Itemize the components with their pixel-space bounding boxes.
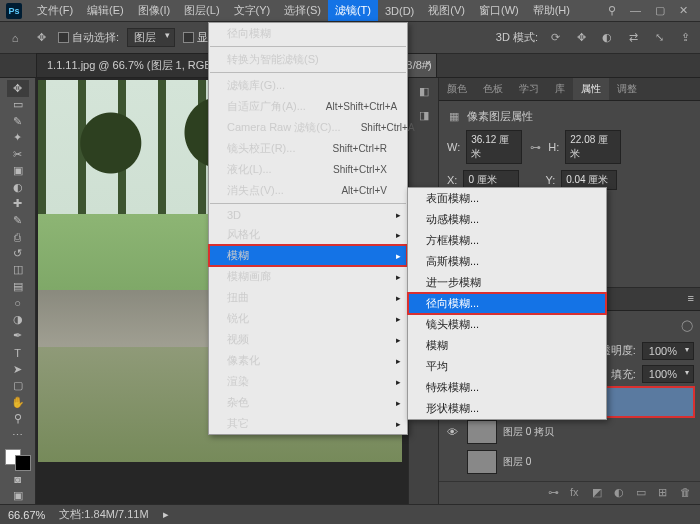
layer-thumbnail[interactable] — [467, 420, 497, 444]
hand-tool[interactable]: ✋ — [7, 394, 29, 411]
width-field[interactable]: 36.12 厘米 — [466, 130, 522, 164]
height-field[interactable]: 22.08 厘米 — [565, 130, 621, 164]
menu-item[interactable]: 转换为智能滤镜(S) — [209, 49, 407, 70]
menu-item[interactable]: 径向模糊 — [209, 23, 407, 44]
menu-view[interactable]: 视图(V) — [421, 0, 472, 21]
minimize-icon[interactable]: — — [630, 4, 641, 17]
submenu-item[interactable]: 动感模糊... — [408, 209, 606, 230]
menu-item[interactable]: 液化(L)...Shift+Ctrl+X — [209, 159, 407, 180]
visibility-icon[interactable]: 👁 — [447, 426, 461, 438]
tab-color[interactable]: 颜色 — [439, 78, 475, 100]
opacity-field[interactable]: 100% — [642, 342, 694, 360]
menu-item[interactable]: 镜头校正(R)...Shift+Ctrl+R — [209, 138, 407, 159]
stamp-tool[interactable]: ⎙ — [7, 229, 29, 246]
marquee-tool[interactable]: ▭ — [7, 97, 29, 114]
submenu-item[interactable]: 径向模糊... — [408, 293, 606, 314]
crop-tool[interactable]: ✂ — [7, 146, 29, 163]
submenu-item[interactable]: 镜头模糊... — [408, 314, 606, 335]
auto-select-checkbox[interactable]: 自动选择: — [58, 30, 119, 45]
menu-image[interactable]: 图像(I) — [131, 0, 177, 21]
menu-item[interactable]: 模糊画廊 — [209, 266, 407, 287]
menu-item[interactable]: 扭曲 — [209, 287, 407, 308]
menu-item[interactable]: 3D — [209, 206, 407, 224]
scale-icon[interactable]: ⤡ — [650, 29, 668, 47]
shape-tool[interactable]: ▢ — [7, 377, 29, 394]
pen-tool[interactable]: ✒ — [7, 328, 29, 345]
menu-edit[interactable]: 编辑(E) — [80, 0, 131, 21]
panel-menu-icon[interactable]: ≡ — [682, 288, 700, 310]
fill-field[interactable]: 100% — [642, 365, 694, 383]
menu-item[interactable]: 杂色 — [209, 392, 407, 413]
menu-item[interactable]: 视频 — [209, 329, 407, 350]
layer-thumbnail[interactable] — [467, 450, 497, 474]
layer-name[interactable]: 图层 0 拷贝 — [503, 425, 554, 439]
mask-icon[interactable]: ◩ — [592, 486, 606, 500]
link-layers-icon[interactable]: ⊶ — [548, 486, 562, 500]
edit-toolbar[interactable]: ⋯ — [7, 427, 29, 444]
orbit-icon[interactable]: ⟳ — [546, 29, 564, 47]
delete-icon[interactable]: 🗑 — [680, 486, 694, 500]
swatches-panel-icon[interactable]: ◨ — [415, 106, 433, 124]
menu-item[interactable]: 模糊 — [209, 245, 407, 266]
move-tool[interactable]: ✥ — [7, 80, 29, 97]
brush-tool[interactable]: ✎ — [7, 212, 29, 229]
document-tab[interactable]: 1.1.11.jpg @ 66.7% (图层 1, RGB/8#)× — [36, 53, 236, 77]
tab-swatches[interactable]: 色板 — [475, 78, 511, 100]
search-icon[interactable]: ⚲ — [608, 4, 616, 17]
submenu-item[interactable]: 模糊 — [408, 335, 606, 356]
menu-3d[interactable]: 3D(D) — [378, 2, 421, 20]
menu-window[interactable]: 窗口(W) — [472, 0, 526, 21]
auto-select-dropdown[interactable]: 图层 — [127, 28, 175, 47]
menu-item[interactable]: 自适应广角(A)...Alt+Shift+Ctrl+A — [209, 96, 407, 117]
home-icon[interactable]: ⌂ — [6, 29, 24, 47]
quick-select-tool[interactable]: ✦ — [7, 130, 29, 147]
submenu-item[interactable]: 平均 — [408, 356, 606, 377]
menu-item[interactable]: 其它 — [209, 413, 407, 434]
menu-type[interactable]: 文字(Y) — [227, 0, 278, 21]
menu-select[interactable]: 选择(S) — [277, 0, 328, 21]
submenu-item[interactable]: 高斯模糊... — [408, 251, 606, 272]
layer-row[interactable]: 👁 图层 0 拷贝 — [445, 417, 694, 447]
color-swatches[interactable] — [5, 449, 31, 470]
menu-item[interactable]: 消失点(V)...Alt+Ctrl+V — [209, 180, 407, 201]
menu-help[interactable]: 帮助(H) — [526, 0, 577, 21]
tab-learn[interactable]: 学习 — [511, 78, 547, 100]
dolly-icon[interactable]: ◐ — [598, 29, 616, 47]
menu-layer[interactable]: 图层(L) — [177, 0, 226, 21]
adjustment-icon[interactable]: ◐ — [614, 486, 628, 500]
lasso-tool[interactable]: ✎ — [7, 113, 29, 130]
maximize-icon[interactable]: ▢ — [655, 4, 665, 17]
frame-tool[interactable]: ▣ — [7, 163, 29, 180]
tab-properties[interactable]: 属性 — [573, 78, 609, 100]
dodge-tool[interactable]: ◑ — [7, 311, 29, 328]
share-icon[interactable]: ⇪ — [676, 29, 694, 47]
history-brush-tool[interactable]: ↺ — [7, 245, 29, 262]
healing-tool[interactable]: ✚ — [7, 196, 29, 213]
submenu-item[interactable]: 方框模糊... — [408, 230, 606, 251]
link-wh-icon[interactable]: ⊶ — [528, 140, 542, 154]
path-select-tool[interactable]: ➤ — [7, 361, 29, 378]
menu-item[interactable]: 像素化 — [209, 350, 407, 371]
zoom-level[interactable]: 66.67% — [8, 509, 45, 521]
submenu-item[interactable]: 进一步模糊 — [408, 272, 606, 293]
layer-row[interactable]: 图层 0 — [445, 447, 694, 477]
close-tab-icon[interactable]: × — [425, 58, 431, 69]
menu-item[interactable]: 锐化 — [209, 308, 407, 329]
filter-toggle-icon[interactable]: ◯ — [680, 320, 694, 332]
pan-icon[interactable]: ✥ — [572, 29, 590, 47]
type-tool[interactable]: T — [7, 344, 29, 361]
screenmode-tool[interactable]: ▣ — [7, 487, 29, 504]
layer-name[interactable]: 图层 0 — [503, 455, 531, 469]
quickmask-tool[interactable]: ◙ — [7, 471, 29, 488]
tab-adjustments[interactable]: 调整 — [609, 78, 645, 100]
menu-item[interactable]: 滤镜库(G)... — [209, 75, 407, 96]
group-icon[interactable]: ▭ — [636, 486, 650, 500]
submenu-item[interactable]: 表面模糊... — [408, 188, 606, 209]
menu-file[interactable]: 文件(F) — [30, 0, 80, 21]
close-icon[interactable]: ✕ — [679, 4, 688, 17]
fx-icon[interactable]: fx — [570, 486, 584, 500]
status-chevron-icon[interactable]: ▸ — [163, 508, 169, 521]
eraser-tool[interactable]: ◫ — [7, 262, 29, 279]
slide-icon[interactable]: ⇄ — [624, 29, 642, 47]
submenu-item[interactable]: 形状模糊... — [408, 398, 606, 419]
